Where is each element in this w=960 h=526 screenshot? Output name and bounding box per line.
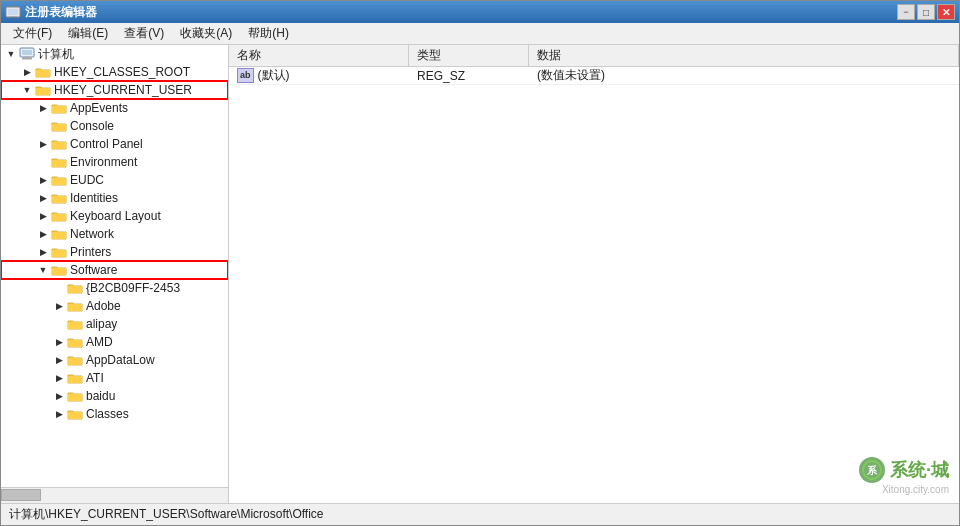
folder-icon-keyboardlayout bbox=[51, 209, 67, 223]
menu-edit[interactable]: 编辑(E) bbox=[60, 23, 116, 44]
expand-appevents[interactable] bbox=[35, 100, 51, 116]
title-bar: 注册表编辑器 － □ ✕ bbox=[1, 1, 959, 23]
title-bar-left: 注册表编辑器 bbox=[5, 4, 97, 21]
tree-item-baidu[interactable]: baidu bbox=[1, 387, 228, 405]
title-text: 注册表编辑器 bbox=[25, 4, 97, 21]
tree-label-appdatalow: AppDataLow bbox=[86, 353, 155, 367]
expand-adobe[interactable] bbox=[51, 298, 67, 314]
tree-label-current-user: HKEY_CURRENT_USER bbox=[54, 83, 192, 97]
watermark: 系 系统·城 Xitong.city.com bbox=[858, 456, 949, 495]
tree-item-ati[interactable]: ATI bbox=[1, 369, 228, 387]
folder-icon-environment bbox=[51, 155, 67, 169]
tree-label-eudc: EUDC bbox=[70, 173, 104, 187]
expand-current-user[interactable] bbox=[19, 82, 35, 98]
expand-computer[interactable] bbox=[3, 46, 19, 62]
tree-item-console[interactable]: Console bbox=[1, 117, 228, 135]
tree-item-current-user[interactable]: HKEY_CURRENT_USER bbox=[1, 81, 228, 99]
svg-rect-2 bbox=[9, 16, 17, 17]
right-panel: 名称 类型 数据 ab (默认) REG_SZ (数值未设置) bbox=[229, 45, 959, 503]
menu-file[interactable]: 文件(F) bbox=[5, 23, 60, 44]
expand-ati[interactable] bbox=[51, 370, 67, 386]
tree-item-controlpanel[interactable]: Control Panel bbox=[1, 135, 228, 153]
menu-view[interactable]: 查看(V) bbox=[116, 23, 172, 44]
watermark-logo: 系 bbox=[858, 456, 886, 484]
tree-item-computer[interactable]: 计算机 bbox=[1, 45, 228, 63]
table-body[interactable]: ab (默认) REG_SZ (数值未设置) bbox=[229, 67, 959, 503]
svg-rect-5 bbox=[23, 57, 31, 58]
main-window: 注册表编辑器 － □ ✕ 文件(F) 编辑(E) 查看(V) 收藏夹(A) 帮助… bbox=[0, 0, 960, 526]
expand-printers[interactable] bbox=[35, 244, 51, 260]
expand-baidu[interactable] bbox=[51, 388, 67, 404]
tree-label-environment: Environment bbox=[70, 155, 137, 169]
watermark-brand: 系统·城 bbox=[890, 458, 949, 482]
tree-h-scrollbar[interactable] bbox=[1, 487, 228, 503]
expand-identities[interactable] bbox=[35, 190, 51, 206]
tree-item-b2cb09ff[interactable]: {B2CB09FF-2453 bbox=[1, 279, 228, 297]
expand-amd[interactable] bbox=[51, 334, 67, 350]
svg-text:系: 系 bbox=[867, 465, 878, 476]
minimize-button[interactable]: － bbox=[897, 4, 915, 20]
tree-item-identities[interactable]: Identities bbox=[1, 189, 228, 207]
folder-icon-appevents bbox=[51, 101, 67, 115]
tree-panel: 计算机 HKEY_CLASSES_ROOT bbox=[1, 45, 229, 503]
table-header: 名称 类型 数据 bbox=[229, 45, 959, 67]
expand-classes[interactable] bbox=[51, 406, 67, 422]
tree-item-classes-root[interactable]: HKEY_CLASSES_ROOT bbox=[1, 63, 228, 81]
tree-item-classes[interactable]: Classes bbox=[1, 405, 228, 423]
menu-favorites[interactable]: 收藏夹(A) bbox=[172, 23, 240, 44]
expand-classes-root[interactable] bbox=[19, 64, 35, 80]
maximize-button[interactable]: □ bbox=[917, 4, 935, 20]
menu-help[interactable]: 帮助(H) bbox=[240, 23, 297, 44]
expand-environment bbox=[35, 154, 51, 170]
menu-bar: 文件(F) 编辑(E) 查看(V) 收藏夹(A) 帮助(H) bbox=[1, 23, 959, 45]
tree-item-software[interactable]: Software bbox=[1, 261, 228, 279]
expand-appdatalow[interactable] bbox=[51, 352, 67, 368]
folder-icon-classes bbox=[67, 407, 83, 421]
cell-name-default: ab (默认) bbox=[229, 67, 409, 84]
tree-item-alipay[interactable]: alipay bbox=[1, 315, 228, 333]
cell-data-default: (数值未设置) bbox=[529, 67, 959, 84]
svg-rect-6 bbox=[22, 58, 32, 60]
tree-label-classes-root: HKEY_CLASSES_ROOT bbox=[54, 65, 190, 79]
tree-label-adobe: Adobe bbox=[86, 299, 121, 313]
tree-item-network[interactable]: Network bbox=[1, 225, 228, 243]
tree-item-keyboardlayout[interactable]: Keyboard Layout bbox=[1, 207, 228, 225]
tree-label-ati: ATI bbox=[86, 371, 104, 385]
col-header-data: 数据 bbox=[529, 45, 959, 66]
tree-label-alipay: alipay bbox=[86, 317, 117, 331]
close-button[interactable]: ✕ bbox=[937, 4, 955, 20]
h-scrollbar-thumb[interactable] bbox=[1, 489, 41, 501]
tree-item-eudc[interactable]: EUDC bbox=[1, 171, 228, 189]
expand-eudc[interactable] bbox=[35, 172, 51, 188]
tree-label-classes: Classes bbox=[86, 407, 129, 421]
tree-label-baidu: baidu bbox=[86, 389, 115, 403]
folder-icon-printers bbox=[51, 245, 67, 259]
expand-software[interactable] bbox=[35, 262, 51, 278]
folder-icon-software bbox=[51, 263, 67, 277]
tree-label-network: Network bbox=[70, 227, 114, 241]
col-header-name: 名称 bbox=[229, 45, 409, 66]
tree-item-environment[interactable]: Environment bbox=[1, 153, 228, 171]
tree-item-printers[interactable]: Printers bbox=[1, 243, 228, 261]
tree-item-appevents[interactable]: AppEvents bbox=[1, 99, 228, 117]
expand-keyboardlayout[interactable] bbox=[35, 208, 51, 224]
status-bar: 计算机\HKEY_CURRENT_USER\Software\Microsoft… bbox=[1, 503, 959, 525]
tree-item-amd[interactable]: AMD bbox=[1, 333, 228, 351]
tree-label-b2cb09ff: {B2CB09FF-2453 bbox=[86, 281, 180, 295]
tree-scroll[interactable]: 计算机 HKEY_CLASSES_ROOT bbox=[1, 45, 228, 487]
tree-item-adobe[interactable]: Adobe bbox=[1, 297, 228, 315]
title-buttons: － □ ✕ bbox=[897, 4, 955, 20]
expand-controlpanel[interactable] bbox=[35, 136, 51, 152]
tree-item-appdatalow[interactable]: AppDataLow bbox=[1, 351, 228, 369]
col-header-type: 类型 bbox=[409, 45, 529, 66]
folder-icon-amd bbox=[67, 335, 83, 349]
expand-network[interactable] bbox=[35, 226, 51, 242]
folder-icon-console bbox=[51, 119, 67, 133]
folder-icon-ati bbox=[67, 371, 83, 385]
folder-icon-identities bbox=[51, 191, 67, 205]
tree-label-computer: 计算机 bbox=[38, 46, 74, 63]
folder-icon-b2cb09ff bbox=[67, 281, 83, 295]
ab-icon: ab bbox=[237, 68, 254, 83]
table-row[interactable]: ab (默认) REG_SZ (数值未设置) bbox=[229, 67, 959, 85]
tree-label-console: Console bbox=[70, 119, 114, 133]
